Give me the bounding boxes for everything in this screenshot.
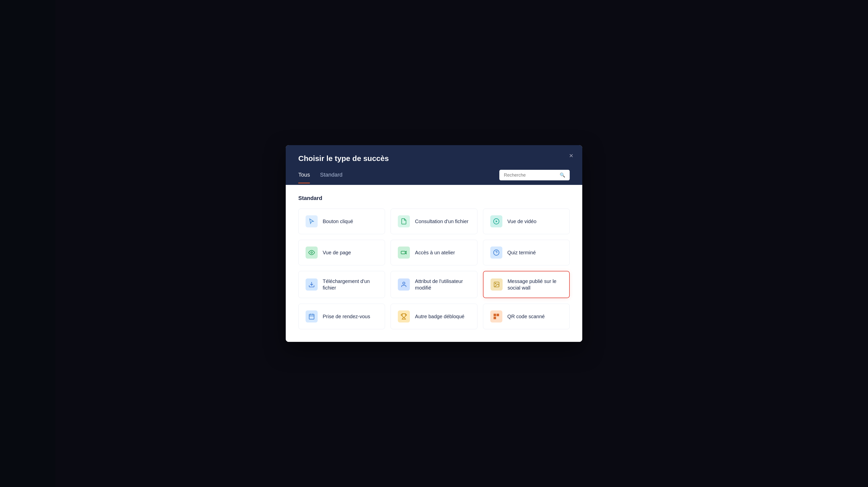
- card-consultation-fichier[interactable]: Consultation d'un fichier: [391, 208, 477, 234]
- tab-standard[interactable]: Standard: [320, 172, 342, 183]
- card-telechargement-fichier[interactable]: Téléchargement d'un fichier: [298, 271, 385, 298]
- tab-tous[interactable]: Tous: [298, 172, 310, 183]
- card-label-vue-page: Vue de page: [323, 249, 351, 256]
- user-icon: [398, 279, 410, 290]
- image-icon: [491, 279, 503, 290]
- card-label-attribut-utilisateur: Attribut de l'utilisateur modifié: [415, 278, 470, 291]
- card-message-social-wall[interactable]: Message publié sur le social wall: [483, 271, 570, 298]
- card-label-telechargement-fichier: Téléchargement d'un fichier: [323, 278, 378, 291]
- modal-tabs-row: Tous Standard 🔍: [298, 170, 570, 185]
- card-acces-atelier[interactable]: Accès à un atelier: [391, 240, 477, 265]
- video-icon: [398, 247, 410, 259]
- trophy-icon: [398, 310, 410, 322]
- card-prise-rendez-vous[interactable]: Prise de rendez-vous: [298, 304, 385, 329]
- card-label-acces-atelier: Accès à un atelier: [415, 249, 455, 256]
- close-button[interactable]: ×: [569, 152, 573, 159]
- calendar-icon: [306, 310, 318, 322]
- card-autre-badge[interactable]: Autre badge débloqué: [391, 304, 477, 329]
- search-icon: 🔍: [560, 172, 565, 178]
- svg-point-10: [495, 283, 496, 284]
- search-box: 🔍: [499, 170, 570, 180]
- svg-rect-11: [309, 314, 314, 319]
- qr-icon: [490, 310, 502, 322]
- play-icon: [490, 215, 502, 227]
- svg-point-8: [403, 282, 405, 284]
- modal-title: Choisir le type de succès: [298, 154, 570, 163]
- modal-tabs: Tous Standard: [298, 172, 352, 183]
- file-icon: [398, 215, 410, 227]
- card-vue-page[interactable]: Vue de page: [298, 240, 385, 265]
- card-vue-video[interactable]: Vue de vidéo: [483, 208, 570, 234]
- svg-point-2: [311, 252, 313, 254]
- download-icon: [306, 279, 318, 290]
- eye-icon: [306, 247, 318, 259]
- modal-body: Standard Bouton cliquéConsultation d'un …: [286, 185, 582, 342]
- card-quiz-termine[interactable]: Quiz terminé: [483, 240, 570, 265]
- svg-rect-20: [494, 317, 495, 318]
- svg-rect-3: [401, 251, 405, 254]
- card-label-prise-rendez-vous: Prise de rendez-vous: [323, 313, 370, 320]
- svg-rect-18: [494, 314, 495, 315]
- card-qr-code[interactable]: QR code scanné: [483, 304, 570, 329]
- card-label-qr-code: QR code scanné: [507, 313, 545, 320]
- card-bouton-clique[interactable]: Bouton cliqué: [298, 208, 385, 234]
- card-label-vue-video: Vue de vidéo: [507, 218, 536, 225]
- card-label-message-social-wall: Message publié sur le social wall: [508, 278, 562, 291]
- card-attribut-utilisateur[interactable]: Attribut de l'utilisateur modifié: [391, 271, 477, 298]
- card-label-consultation-fichier: Consultation d'un fichier: [415, 218, 468, 225]
- question-icon: [490, 247, 502, 259]
- svg-rect-19: [497, 314, 498, 315]
- search-input[interactable]: [504, 173, 557, 178]
- card-label-autre-badge: Autre badge débloqué: [415, 313, 464, 320]
- card-label-quiz-termine: Quiz terminé: [507, 249, 536, 256]
- cards-grid: Bouton cliquéConsultation d'un fichierVu…: [298, 208, 570, 329]
- modal-header: × Choisir le type de succès Tous Standar…: [286, 145, 582, 185]
- modal-overlay: × Choisir le type de succès Tous Standar…: [0, 0, 868, 487]
- svg-marker-1: [496, 220, 497, 223]
- svg-marker-4: [405, 251, 406, 254]
- cursor-icon: [306, 215, 318, 227]
- modal-dialog: × Choisir le type de succès Tous Standar…: [286, 145, 582, 342]
- section-title: Standard: [298, 195, 570, 201]
- card-label-bouton-clique: Bouton cliqué: [323, 218, 353, 225]
